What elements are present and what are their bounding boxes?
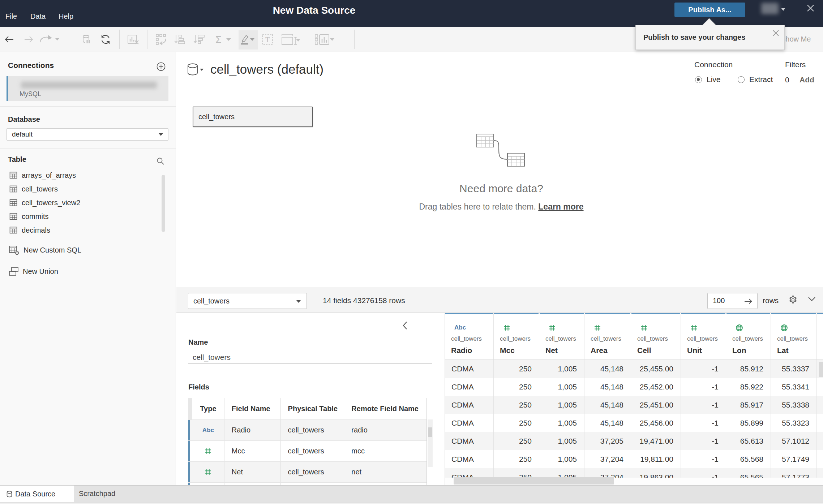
datasource-db-icon[interactable] (187, 63, 204, 78)
radio-live-circle[interactable] (695, 76, 702, 83)
sort-descending-icon[interactable] (193, 27, 205, 52)
tab-data-source[interactable]: Data Source (0, 486, 74, 503)
field-type-number-icon (205, 469, 211, 475)
publish-as-button[interactable]: Publish As... (674, 3, 745, 17)
tableau-new-data-source-window: File Data Help New Data Source Publish A… (0, 0, 823, 504)
table-list-item-commits[interactable]: commits (4, 210, 159, 223)
connection-item[interactable]: MySQL (7, 76, 168, 101)
grid-cell: 1,005 (539, 396, 584, 414)
collapse-metadata-chevron-icon[interactable] (402, 321, 408, 332)
grid-column-header-cell[interactable]: cell_towersCell (631, 313, 681, 359)
user-avatar[interactable] (761, 3, 779, 14)
search-icon[interactable] (156, 157, 165, 167)
learn-more-link[interactable]: Learn more (538, 202, 583, 211)
grid-column-header-lon[interactable]: cell_towersLon (726, 313, 771, 359)
new-custom-sql-button[interactable]: New Custom SQL (9, 245, 81, 255)
physical-table-cell: cell_towers (280, 462, 344, 482)
add-connection-icon[interactable] (157, 62, 166, 73)
fields-row-net[interactable]: Netcell_towersnet (188, 461, 426, 482)
filters-add-button[interactable]: Add (800, 76, 814, 84)
field-type-number-icon (594, 324, 601, 331)
new-union-button[interactable]: New Union (9, 267, 58, 276)
database-select[interactable]: default (7, 128, 168, 141)
totals-sigma-icon[interactable]: Σ (215, 27, 233, 52)
fields-scrollbar-thumb[interactable] (428, 427, 432, 437)
table-list-item-label: commits (22, 212, 48, 221)
tooltip-close-icon[interactable] (772, 30, 779, 36)
column-accent-bar (631, 313, 680, 314)
column-accent-bar (817, 313, 823, 314)
highlight-icon[interactable] (240, 27, 255, 52)
grid-row[interactable]: CDMA2501,00537,20419,811.00-165.56857.17… (445, 450, 823, 468)
redo-icon[interactable] (24, 27, 34, 52)
column-name: Mcc (500, 346, 515, 355)
connection-type-label: MySQL (20, 90, 41, 98)
fields-row-radio[interactable]: AbcRadiocell_towersradio (188, 419, 426, 440)
table-list-item-label: decimals (22, 226, 50, 234)
grid-column-header-unit[interactable]: cell_towersUnit (681, 313, 726, 359)
grid-row[interactable]: CDMA2501,00545,14825,452.00-185.92255.33… (445, 378, 823, 396)
menu-file[interactable]: File (5, 12, 17, 21)
connection-section-label: Connection (694, 60, 733, 69)
fields-scrollbar-track[interactable] (428, 419, 433, 467)
datasource-title[interactable]: cell_towers (default) (210, 62, 323, 77)
row-count-input[interactable]: 100 (707, 293, 758, 309)
table-list-item-cell_towers[interactable]: cell_towers (4, 182, 159, 196)
grid-hscrollbar-thumb[interactable] (454, 477, 614, 484)
grid-column-header-mcc[interactable]: cell_towersMcc (494, 313, 539, 359)
field-type-cell[interactable] (192, 483, 224, 485)
grid-vscrollbar-thumb[interactable] (819, 362, 823, 377)
grid-column-header-partial[interactable] (817, 313, 823, 359)
user-menu-caret-icon[interactable] (781, 8, 785, 11)
fit-selector-icon[interactable] (281, 27, 300, 52)
grid-cell: 1,005 (539, 432, 584, 450)
grid-row[interactable]: CDMA2501,00545,14825,456.00-185.89955.33… (445, 414, 823, 432)
row-count-value: 100 (713, 297, 725, 305)
table-icon (9, 226, 17, 234)
show-cards-icon[interactable] (314, 27, 335, 52)
field-type-cell[interactable]: Abc (192, 420, 224, 440)
fields-row-area[interactable]: Areacell_towersarea (188, 482, 426, 485)
grid-row[interactable]: CDMA2501,00545,14825,455.00-185.91255.33… (445, 360, 823, 378)
sidebar-scrollbar[interactable] (162, 175, 165, 232)
table-list-item-cell_towers_view2[interactable]: cell_towers_view2 (4, 196, 159, 210)
radio-extract-circle[interactable] (738, 76, 745, 83)
menu-data[interactable]: Data (30, 12, 46, 21)
text-label-icon[interactable]: T (262, 27, 273, 52)
undo-icon[interactable] (4, 27, 14, 52)
collapse-preview-chevron-icon[interactable] (807, 296, 816, 303)
menu-help[interactable]: Help (59, 12, 73, 21)
settings-gear-icon[interactable] (788, 295, 798, 306)
grid-column-header-radio[interactable]: Abccell_towersRadio (445, 313, 494, 359)
preview-table-select[interactable]: cell_towers (188, 293, 307, 309)
close-icon[interactable] (807, 4, 814, 12)
field-type-geo-icon (780, 324, 788, 332)
table-list-item-decimals[interactable]: decimals (4, 223, 159, 237)
pause-updates-icon[interactable] (81, 27, 92, 52)
replay-icon[interactable] (39, 27, 60, 52)
swap-rows-columns-icon[interactable] (155, 27, 168, 52)
connection-live-radio[interactable]: Live (695, 75, 721, 84)
refresh-icon[interactable] (100, 27, 111, 52)
clear-sheet-icon[interactable] (127, 27, 140, 52)
title-bar: File Data Help New Data Source Publish A… (0, 0, 823, 27)
grid-column-header-lat[interactable]: cell_towersLat (771, 313, 817, 359)
table-list-item-arrays_of_arrays[interactable]: arrays_of_arrays (4, 168, 159, 182)
logical-table-node[interactable]: cell_towers (193, 107, 313, 127)
name-input[interactable]: cell_towers (193, 353, 231, 362)
apply-rows-arrow-icon[interactable] (744, 298, 753, 305)
fields-row-mcc[interactable]: Mcccell_towersmcc (188, 440, 426, 461)
grid-row[interactable]: CDMA2501,00545,14825,451.00-185.91755.33… (445, 396, 823, 414)
grid-row[interactable]: CDMA2501,00537,20519,471.00-165.61357.10… (445, 432, 823, 450)
connection-extract-radio[interactable]: Extract (738, 75, 773, 84)
grid-cell: CDMA (445, 414, 494, 432)
remote-field-cell: radio (344, 420, 426, 440)
tab-scratchpad[interactable]: Scratchpad (79, 490, 115, 498)
field-type-cell[interactable] (192, 462, 224, 482)
sort-ascending-icon[interactable] (173, 27, 186, 52)
column-name: Lat (777, 346, 789, 355)
grid-column-header-net[interactable]: cell_towersNet (539, 313, 584, 359)
grid-column-header-area[interactable]: cell_towersArea (584, 313, 631, 359)
show-me-button[interactable]: Show Me (781, 35, 811, 43)
field-type-cell[interactable] (192, 441, 224, 461)
